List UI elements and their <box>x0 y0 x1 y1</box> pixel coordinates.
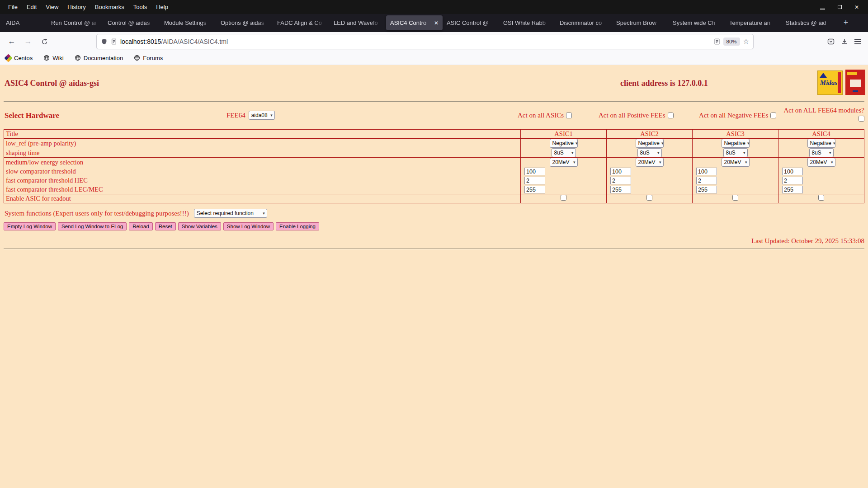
fast-lecmec-input-asic2[interactable] <box>610 186 631 193</box>
tab-asic4-control-active[interactable]: ASIC4 Contro ✕ <box>386 15 443 30</box>
shaping-select-asic4[interactable]: 8uS▾ <box>809 148 834 157</box>
tab-fadc-align[interactable]: FADC Align & Co <box>273 15 330 30</box>
back-button[interactable]: ← <box>5 35 19 48</box>
close-button[interactable]: ✕ <box>852 2 862 12</box>
enable-readout-checkbox-asic4[interactable] <box>818 195 824 201</box>
tab-gsi-white-rabbit[interactable]: GSI White Rabb <box>499 15 556 30</box>
bookmark-centos[interactable]: Centos <box>5 55 33 61</box>
new-tab-button[interactable]: + <box>839 16 853 29</box>
enable-readout-checkbox-asic1[interactable] <box>561 195 566 201</box>
table-row: fast comparator threshold LEC/MEC <box>4 185 864 194</box>
tab-control[interactable]: Control @ aidas <box>104 15 160 30</box>
menu-help[interactable]: Help <box>151 4 173 10</box>
fee64-select[interactable]: aida08 ▾ <box>249 111 275 120</box>
bookmark-forums[interactable]: Forums <box>134 55 163 61</box>
fee64-label: FEE64 <box>226 112 245 119</box>
enable-readout-checkbox-asic3[interactable] <box>732 195 738 201</box>
energy-select-asic2[interactable]: 20MeV▾ <box>636 158 664 167</box>
lowref-select-asic4[interactable]: Negative▾ <box>807 139 835 148</box>
shaping-select-asic3[interactable]: 8uS▾ <box>723 148 748 157</box>
bookmark-star-icon[interactable]: ☆ <box>743 38 749 46</box>
url-host: localhost:8015 <box>120 38 161 45</box>
menu-bookmarks[interactable]: Bookmarks <box>90 4 129 10</box>
menu-view[interactable]: View <box>41 4 63 10</box>
menu-edit[interactable]: Edit <box>22 4 41 10</box>
tab-close-icon[interactable]: ✕ <box>434 20 439 26</box>
enable-readout-checkbox-asic2[interactable] <box>646 195 652 201</box>
tab-temperature[interactable]: Temperature an <box>725 15 782 30</box>
show-variables-button[interactable]: Show Variables <box>178 222 221 230</box>
divider <box>4 249 864 249</box>
shaping-select-asic1[interactable]: 8uS▾ <box>552 148 576 157</box>
midas-logo-text: Midas <box>820 79 837 87</box>
maximize-button[interactable] <box>835 2 844 12</box>
last-updated-text: Last Updated: October 29, 2025 15:33:08 <box>751 237 864 245</box>
chevron-down-icon: ▾ <box>270 113 273 117</box>
bookmark-documentation[interactable]: Documentation <box>75 55 123 61</box>
menu-tools[interactable]: Tools <box>129 4 151 10</box>
shield-icon[interactable] <box>101 38 108 45</box>
zoom-level-badge[interactable]: 80% <box>723 38 740 46</box>
fast-lecmec-input-asic1[interactable] <box>524 186 545 193</box>
reload-page-button[interactable]: Reload <box>129 222 152 230</box>
tab-statistics[interactable]: Statistics @ aid <box>782 15 838 30</box>
tab-system-wide[interactable]: System wide Ch <box>669 15 725 30</box>
energy-select-asic3[interactable]: 20MeV▾ <box>722 158 750 167</box>
column-header-asic2: ASIC2 <box>607 130 693 139</box>
slow-threshold-input-asic4[interactable] <box>782 168 803 175</box>
tab-options[interactable]: Options @ aidas <box>217 15 273 30</box>
pocket-icon[interactable] <box>827 38 835 45</box>
act-all-positive-checkbox[interactable] <box>668 113 674 118</box>
slow-threshold-input-asic2[interactable] <box>610 168 631 175</box>
act-all-negative-checkbox[interactable] <box>770 113 776 118</box>
fast-lecmec-input-asic3[interactable] <box>696 186 717 193</box>
tab-run-control[interactable]: Run Control @ ai <box>47 15 104 30</box>
download-icon[interactable] <box>841 38 848 45</box>
window-controls: ✕ <box>817 2 868 12</box>
menu-history[interactable]: History <box>63 4 90 10</box>
tab-asic-control[interactable]: ASIC Control @ <box>443 15 499 30</box>
reader-mode-icon[interactable] <box>714 38 720 45</box>
act-all-fee64-checkbox[interactable] <box>859 116 864 122</box>
slow-threshold-input-asic3[interactable] <box>696 168 717 175</box>
fast-hec-input-asic1[interactable] <box>524 177 545 184</box>
url-bar[interactable]: localhost:8015/AIDA/ASIC4/ASIC4.tml 80% … <box>97 34 753 49</box>
row-title-fast-lecmec: fast comparator threshold LEC/MEC <box>4 185 521 194</box>
enable-logging-button[interactable]: Enable Logging <box>276 222 319 230</box>
slow-threshold-input-asic1[interactable] <box>524 168 545 175</box>
row-title-slow-threshold: slow comparator threshold <box>4 167 521 176</box>
bookmark-wiki[interactable]: Wiki <box>43 55 64 61</box>
chevron-down-icon: ▾ <box>657 150 660 155</box>
shaping-select-asic2[interactable]: 8uS▾ <box>637 148 662 157</box>
tab-led-waveform[interactable]: LED and Wavefo <box>330 15 386 30</box>
lowref-select-asic3[interactable]: Negative▾ <box>722 139 750 148</box>
energy-select-asic1[interactable]: 20MeV▾ <box>550 158 578 167</box>
fast-hec-input-asic4[interactable] <box>782 177 803 184</box>
minimize-button[interactable] <box>817 2 827 12</box>
fast-hec-input-asic2[interactable] <box>610 177 631 184</box>
log-buttons-row: Empty Log Window Send Log Window to ELog… <box>4 222 319 230</box>
show-log-window-button[interactable]: Show Log Window <box>223 222 274 230</box>
system-function-select[interactable]: Select required function ▾ <box>194 209 267 218</box>
page-icon[interactable] <box>111 38 117 45</box>
energy-select-asic4[interactable]: 20MeV▾ <box>807 158 835 167</box>
url-path: /AIDA/ASIC4/ASIC4.tml <box>161 38 228 45</box>
act-all-asics-checkbox[interactable] <box>566 113 572 118</box>
reload-button[interactable] <box>37 35 52 48</box>
app-menu-icon[interactable] <box>854 39 861 44</box>
fast-lecmec-input-asic4[interactable] <box>782 186 803 193</box>
menu-file[interactable]: File <box>4 4 22 10</box>
lowref-select-asic2[interactable]: Negative▾ <box>636 139 664 148</box>
tab-module-settings[interactable]: Module Settings <box>160 15 217 30</box>
tab-aida[interactable]: AIDA <box>2 15 47 30</box>
tab-discriminator[interactable]: Discriminator co <box>556 15 612 30</box>
fast-hec-input-asic3[interactable] <box>696 177 717 184</box>
empty-log-window-button[interactable]: Empty Log Window <box>4 222 56 230</box>
reset-button[interactable]: Reset <box>155 222 176 230</box>
lowref-select-asic1[interactable]: Negative▾ <box>550 139 578 148</box>
system-functions-label: System functions (Expert users only for … <box>5 210 189 217</box>
tab-spectrum-browser[interactable]: Spectrum Brow <box>612 15 669 30</box>
send-log-to-elog-button[interactable]: Send Log Window to ELog <box>58 222 127 230</box>
forward-button[interactable]: → <box>21 35 35 48</box>
row-title-fast-hec: fast comparator threshold HEC <box>4 176 521 185</box>
